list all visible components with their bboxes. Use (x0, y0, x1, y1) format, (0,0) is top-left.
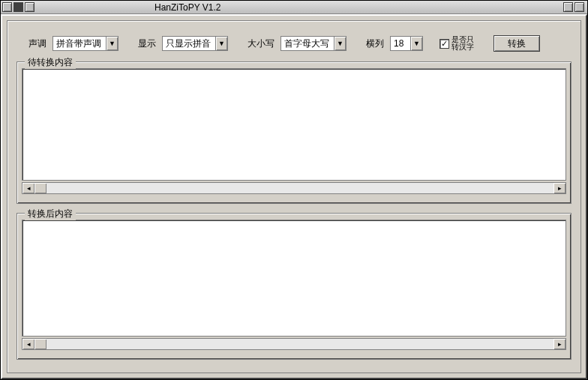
scroll-left-icon[interactable]: ◂ (22, 183, 34, 193)
input-hscrollbar[interactable]: ◂ ▸ (22, 182, 566, 194)
chevron-down-icon: ▼ (106, 37, 118, 50)
chevron-down-icon: ▼ (410, 37, 422, 50)
display-combo[interactable]: 只显示拼音 ▼ (162, 36, 228, 51)
window-title: HanZiToPY V1.2 (154, 2, 221, 13)
scroll-right-icon[interactable]: ▸ (554, 183, 566, 193)
scroll-track (46, 339, 554, 349)
output-hscrollbar[interactable]: ◂ ▸ (22, 338, 566, 350)
tone-label: 声调 (28, 37, 46, 50)
tone-combo-value: 拼音带声调 (56, 37, 106, 50)
tone-combo[interactable]: 拼音带声调 ▼ (52, 36, 118, 51)
app-window: HanZiToPY V1.2 声调 拼音带声调 ▼ 显示 只显示拼音 ▼ 大小写… (0, 0, 588, 380)
scroll-thumb[interactable] (34, 183, 46, 193)
window-close-button[interactable] (574, 2, 584, 12)
chevron-down-icon: ▼ (334, 37, 346, 50)
output-group: 转换后内容 ◂ ▸ (16, 213, 572, 360)
cols-combo[interactable]: 18 ▼ (390, 36, 423, 51)
display-label: 显示 (138, 37, 156, 50)
case-combo-value: 首字母大写 (284, 37, 334, 50)
window-restore-button[interactable] (14, 2, 23, 12)
client-area: 声调 拼音带声调 ▼ 显示 只显示拼音 ▼ 大小写 首字母大写 ▼ 横列 18 (1, 14, 587, 379)
only-hanzi-checkbox[interactable]: ✓ 是否只 转汉字 (440, 36, 474, 51)
scroll-thumb[interactable] (34, 339, 46, 349)
window-controls (2, 2, 36, 12)
scroll-track (46, 183, 554, 193)
output-textarea[interactable] (22, 220, 566, 337)
scroll-right-icon[interactable]: ▸ (554, 339, 566, 349)
convert-button-label: 转换 (508, 37, 526, 50)
scroll-left-icon[interactable]: ◂ (22, 339, 34, 349)
inner-panel: 声调 拼音带声调 ▼ 显示 只显示拼音 ▼ 大小写 首字母大写 ▼ 横列 18 (7, 20, 581, 373)
display-combo-value: 只显示拼音 (166, 37, 215, 50)
window-aux-button[interactable] (25, 2, 34, 12)
only-hanzi-label: 是否只 转汉字 (452, 36, 474, 51)
titlebar: HanZiToPY V1.2 (1, 1, 587, 14)
chevron-down-icon: ▼ (215, 37, 227, 50)
input-group: 待转换内容 ◂ ▸ (16, 61, 572, 204)
input-group-legend: 待转换内容 (25, 56, 76, 69)
case-label: 大小写 (248, 37, 274, 50)
window-minimize-button[interactable] (563, 2, 573, 12)
toolbar: 声调 拼音带声调 ▼ 显示 只显示拼音 ▼ 大小写 首字母大写 ▼ 横列 18 (28, 33, 572, 54)
cols-label: 横列 (366, 37, 384, 50)
cols-combo-value: 18 (394, 37, 410, 50)
window-menu-button[interactable] (2, 2, 12, 12)
input-textarea[interactable] (22, 68, 566, 181)
case-combo[interactable]: 首字母大写 ▼ (280, 36, 346, 51)
convert-button[interactable]: 转换 (494, 35, 540, 52)
output-group-legend: 转换后内容 (25, 208, 76, 220)
checkbox-icon: ✓ (440, 39, 449, 49)
